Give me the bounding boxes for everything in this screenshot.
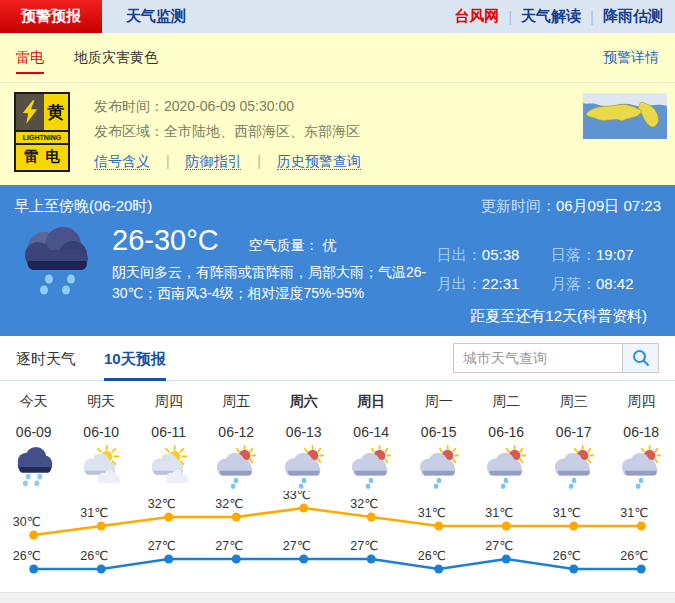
weather-description: 阴天间多云，有阵雨或雷阵雨，局部大雨；气温26-30℃；西南风3-4级；相对湿度… [112,262,431,304]
link-typhoon-net[interactable]: 台风网 [454,7,499,26]
svg-text:31℃: 31℃ [418,506,446,520]
publish-area-label: 发布区域： [94,123,164,139]
forecast-day-label: 周四 [135,393,203,411]
sunrise-label: 日出： [437,246,482,263]
warning-badge-type-label: 雷电 [16,145,68,168]
svg-text:31℃: 31℃ [553,506,581,520]
warning-badge-en-label: LIGHTNING [16,130,68,145]
forecast-day-label: 周六 [270,393,338,411]
warning-region-map[interactable] [583,93,667,139]
air-quality: 空气质量： 优 [249,237,337,255]
warning-panel: 黄 LIGHTNING 雷电 发布时间：2020-06-09 05:30:00 … [0,83,675,185]
svg-text:31℃: 31℃ [620,506,648,520]
warning-type-nav: 雷电 地质灾害黄色 预警详情 [0,33,675,83]
svg-text:26℃: 26℃ [553,549,581,563]
forecast-day-label: 明天 [68,393,136,411]
page-bottom-strip [0,592,675,603]
divider: | [508,8,512,25]
update-time: 更新时间：06月09日 07:23 [481,197,661,216]
solstice-countdown-text: 距夏至还有12天 [470,307,577,324]
svg-text:31℃: 31℃ [485,506,513,520]
sun-moon-times: 日出：05:38 日落：19:07 月出：22:31 月落：08:42 [437,246,661,304]
warning-tab-lightning-label: 雷电 [16,49,44,74]
update-time-label: 更新时间： [481,197,556,214]
divider: | [590,8,594,25]
divider: | [166,153,170,169]
partly-weather-icon [135,445,203,491]
svg-text:26℃: 26℃ [13,549,41,563]
science-info-link[interactable]: (科普资料) [577,307,647,324]
publish-time-label: 发布时间： [94,98,164,114]
rain-cloud-icon [16,224,100,302]
shower-weather-icon [473,445,541,491]
sunset-value: 19:07 [596,246,634,263]
svg-text:32℃: 32℃ [148,497,176,511]
temperature-range: 26-30°C [112,224,219,257]
shower-weather-icon [338,445,406,491]
shower-weather-icon [540,445,608,491]
shower-weather-icon [203,445,271,491]
svg-text:33℃: 33℃ [283,491,311,502]
svg-text:30℃: 30℃ [13,515,41,529]
forecast-date: 06-12 [203,424,271,440]
warning-tab-lightning[interactable]: 雷电 [16,49,44,67]
forecast-day-label: 周日 [338,393,406,411]
warning-info: 发布时间：2020-06-09 05:30:00 发布区域：全市陆地、西部海区、… [94,92,361,185]
svg-text:27℃: 27℃ [215,539,243,553]
moonset-value: 08:42 [596,275,634,292]
svg-text:32℃: 32℃ [350,497,378,511]
forecast-date: 06-18 [608,424,675,440]
forecast-date: 06-09 [0,424,68,440]
link-rain-estimate[interactable]: 降雨估测 [603,7,663,26]
forecast-date: 06-13 [270,424,338,440]
svg-text:27℃: 27℃ [350,539,378,553]
search-button[interactable] [623,343,659,373]
svg-text:27℃: 27℃ [148,539,176,553]
warning-tab-geological-label: 地质灾害黄色 [74,49,158,65]
lightning-bolt-icon [16,94,44,130]
publish-area-value: 全市陆地、西部海区、东部海区 [164,123,360,139]
warning-detail-link[interactable]: 预警详情 [603,49,659,67]
link-signal-meaning[interactable]: 信号含义 [94,153,150,170]
forecast-day-label: 周四 [608,393,675,411]
moonset-label: 月落： [551,275,596,292]
forecast-icons-row [0,445,675,491]
shower-weather-icon [608,445,675,491]
forecast-day-label: 周三 [540,393,608,411]
moonrise-value: 22:31 [482,275,520,292]
link-warning-history[interactable]: 历史预警查询 [277,153,361,170]
shower-weather-icon [270,445,338,491]
tab-hourly-weather[interactable]: 逐时天气 [16,336,76,381]
city-search [453,343,659,373]
forecast-date: 06-17 [540,424,608,440]
forecast-day-label: 今天 [0,393,68,411]
top-nav-bar: 预警预报 天气监测 台风网 | 天气解读 | 降雨估测 [0,0,675,33]
air-quality-value: 优 [323,237,337,253]
divider: | [257,153,261,169]
link-weather-explain[interactable]: 天气解读 [521,7,581,26]
sunset-label: 日落： [551,246,596,263]
publish-time-value: 2020-06-09 05:30:00 [164,98,294,114]
warning-tab-geological[interactable]: 地质灾害黄色 [74,49,158,67]
svg-text:31℃: 31℃ [80,506,108,520]
forecast-date: 06-16 [473,424,541,440]
current-period-title: 早上至傍晚(06-20时) [14,197,152,216]
forecast-day-label: 周一 [405,393,473,411]
top-links: 台风网 | 天气解读 | 降雨估测 [454,0,675,33]
temperature-chart-wrap: 30℃31℃32℃32℃33℃32℃31℃31℃31℃31℃26℃26℃27℃2… [0,491,675,592]
forecast-day-label: 周二 [473,393,541,411]
current-weather-panel: 早上至傍晚(06-20时) 更新时间：06月09日 07:23 26-30°C … [0,185,675,336]
forecast-day-label: 周五 [203,393,271,411]
forecast-dates-row: 06-0906-1006-1106-1206-1306-1406-1506-16… [0,424,675,440]
tab-weather-monitor[interactable]: 天气监测 [102,0,210,33]
air-quality-label: 空气质量： [249,237,319,253]
forecast-date: 06-15 [405,424,473,440]
tab-warning-forecast[interactable]: 预警预报 [0,0,102,33]
shower-weather-icon [405,445,473,491]
tab-ten-day-forecast[interactable]: 10天预报 [104,336,166,381]
temperature-chart: 30℃31℃32℃32℃33℃32℃31℃31℃31℃31℃26℃26℃27℃2… [0,491,675,592]
forecast-tabs-bar: 逐时天气 10天预报 [0,336,675,381]
partly-weather-icon [68,445,136,491]
city-search-input[interactable] [453,343,623,373]
link-defense-guide[interactable]: 防御指引 [185,153,241,170]
